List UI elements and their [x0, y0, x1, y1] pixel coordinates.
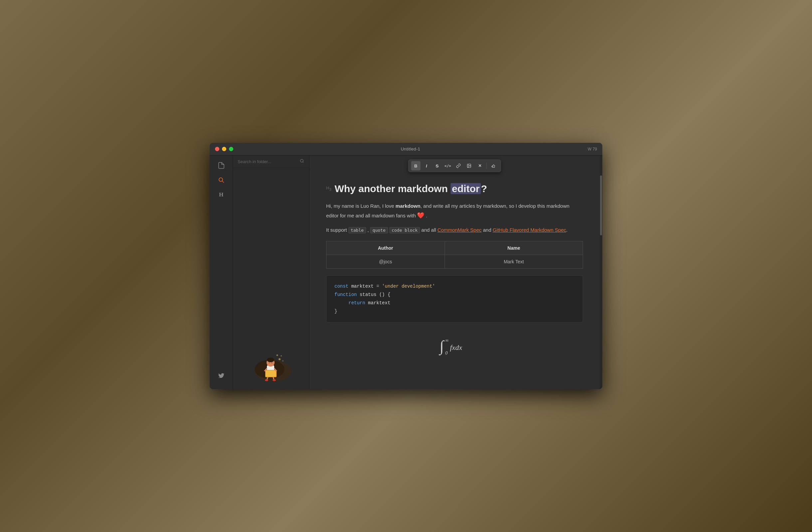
commonmark-link[interactable]: CommonMark Spec	[438, 227, 482, 233]
markdown-table: Author Name @jocs Mark Text	[326, 241, 583, 269]
search-bar	[233, 156, 309, 168]
sidebar: H	[210, 156, 233, 389]
strikethrough-button[interactable]: S	[433, 161, 442, 171]
svg-text:fxdx: fxdx	[450, 343, 462, 351]
code-line-3: return marktext	[334, 299, 575, 307]
sidebar-icon-heading[interactable]: H	[215, 189, 227, 201]
svg-point-11	[269, 362, 270, 363]
svg-point-12	[271, 362, 272, 363]
svg-text:0: 0	[445, 350, 448, 356]
illustration	[248, 343, 294, 383]
table-cell-author: @jocs	[327, 255, 445, 268]
table-cell-name: Mark Text	[445, 255, 583, 268]
code-table: table	[348, 227, 366, 233]
app-window: Untitled-1 W 79	[210, 143, 602, 389]
heading-highlight: editor	[451, 183, 481, 194]
heart-emoji: ❤️	[417, 212, 424, 219]
code-quote: quote	[370, 227, 388, 233]
bold-button[interactable]: B	[411, 161, 421, 171]
svg-rect-8	[266, 371, 276, 376]
svg-point-4	[265, 379, 268, 381]
sidebar-top: H	[215, 159, 227, 369]
maximize-button[interactable]	[229, 147, 233, 151]
scroll-track[interactable]	[600, 156, 602, 389]
svg-point-0	[219, 178, 223, 182]
math-svg: ∫ ∞ 0 fxdx	[438, 337, 471, 357]
scroll-thumb[interactable]	[600, 175, 602, 235]
sidebar-icon-file[interactable]	[215, 159, 227, 171]
table-header-name: Name	[445, 241, 583, 255]
erase-button[interactable]	[489, 161, 498, 171]
code-block[interactable]: const marktext = 'under development' fun…	[326, 275, 583, 323]
word-count: W 79	[588, 147, 597, 152]
table-header-author: Author	[327, 241, 445, 255]
image-button[interactable]	[465, 161, 474, 171]
file-panel	[233, 156, 309, 389]
main-heading[interactable]: Why another markdown editor?	[334, 182, 487, 195]
sidebar-icon-search[interactable]	[215, 174, 227, 186]
title-bar: Untitled-1 W 79	[210, 143, 602, 156]
bold-markdown: markdown	[395, 203, 420, 209]
svg-point-15	[276, 355, 278, 356]
svg-text:∞: ∞	[445, 338, 449, 343]
math-area: ∫ ∞ 0 fxdx	[326, 329, 583, 367]
format-toolbar: B I S </> ✕	[408, 159, 501, 172]
toolbar-divider	[487, 163, 487, 169]
table-row: @jocs Mark Text	[327, 255, 583, 268]
svg-point-16	[282, 360, 284, 361]
close-button[interactable]	[215, 147, 219, 151]
code-block-inline: code block	[389, 227, 420, 233]
svg-point-13	[278, 358, 280, 360]
paragraph-2[interactable]: It support table , quote code block and …	[326, 226, 583, 234]
link-button[interactable]	[454, 161, 463, 171]
minimize-button[interactable]	[222, 147, 226, 151]
code-line-2: function status () {	[334, 291, 575, 299]
sidebar-bottom	[215, 369, 227, 385]
content-area: H	[210, 156, 602, 389]
svg-point-14	[280, 355, 282, 357]
svg-text:∫: ∫	[439, 337, 445, 356]
search-input[interactable]	[237, 159, 297, 164]
search-submit-icon[interactable]	[300, 159, 304, 164]
math-formula: ∫ ∞ 0 fxdx	[438, 337, 471, 359]
code-line-4: }	[334, 307, 575, 316]
italic-button[interactable]: I	[422, 161, 431, 171]
paragraph-1[interactable]: Hi, my name is Luo Ran, I love markdown,…	[326, 202, 583, 220]
svg-point-18	[468, 165, 469, 166]
traffic-lights	[215, 147, 233, 151]
svg-point-5	[273, 379, 276, 381]
illustration-area	[233, 168, 309, 389]
heading-level-marker: H3	[326, 186, 331, 191]
code-line-1: const marktext = 'under development'	[334, 282, 575, 291]
gfm-link[interactable]: GitHub Flavored Markdown Spec	[493, 227, 566, 233]
heading-row: H3 Why another markdown editor?	[326, 182, 583, 195]
svg-point-10	[267, 358, 274, 362]
clear-button[interactable]: ✕	[475, 161, 484, 171]
twitter-icon[interactable]	[215, 369, 227, 381]
window-title: Untitled-1	[401, 146, 420, 152]
inline-code-button[interactable]: </>	[443, 161, 453, 171]
editor-area[interactable]: B I S </> ✕	[309, 156, 600, 389]
